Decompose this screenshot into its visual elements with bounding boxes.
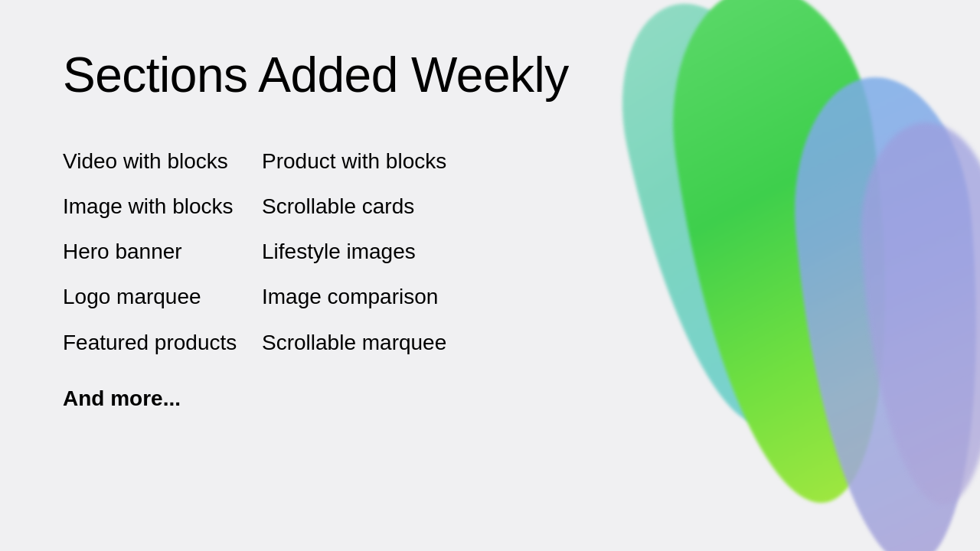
decorative-blobs: [582, 0, 980, 551]
column-1: Video with blocks Image with blocks Hero…: [63, 139, 262, 365]
list-item: Image comparison: [262, 274, 492, 319]
page-title: Sections Added Weekly: [63, 46, 569, 105]
list-item: Scrollable cards: [262, 184, 492, 229]
list-item: Logo marquee: [63, 274, 262, 319]
list-item: Video with blocks: [63, 139, 262, 184]
list-item: Featured products: [63, 320, 262, 365]
list-item: Image with blocks: [63, 184, 262, 229]
list-item: Scrollable marquee: [262, 320, 492, 365]
list-item: Product with blocks: [262, 139, 492, 184]
list-item: Lifestyle images: [262, 229, 492, 274]
and-more-text: And more...: [63, 386, 569, 411]
list-item: Hero banner: [63, 229, 262, 274]
sections-grid: Video with blocks Image with blocks Hero…: [63, 139, 569, 365]
column-2: Product with blocks Scrollable cards Lif…: [262, 139, 492, 365]
